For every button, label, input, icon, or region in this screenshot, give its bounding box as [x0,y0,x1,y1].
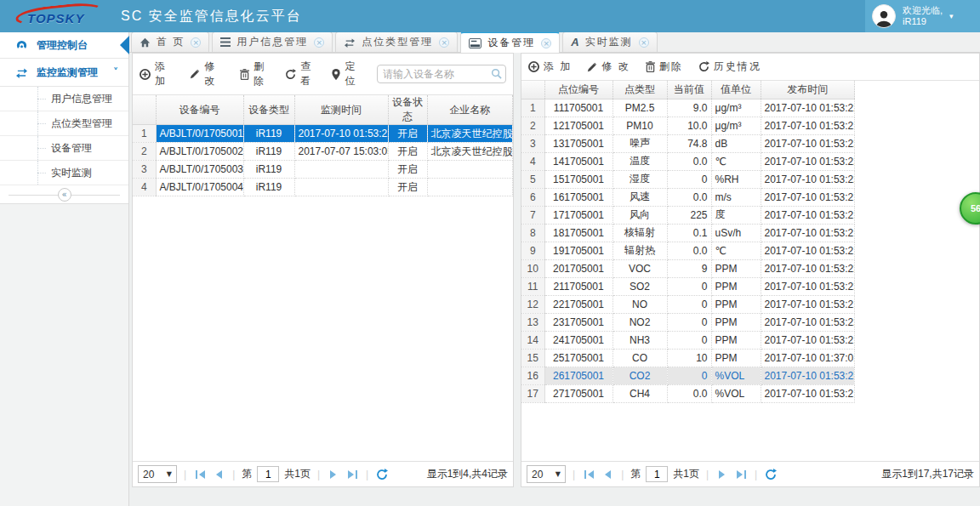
tab-realtime[interactable]: A 实时监测 × [562,31,657,52]
point-type-cell: 核辐射 [612,224,667,242]
refresh-icon [698,61,709,72]
unit-cell: ℃ [711,152,761,170]
device-toolbar: 添 加 修 改 删除 查看 定位 [133,54,513,95]
tab-label: 实时监测 [585,35,633,49]
tab-point-type[interactable]: 点位类型管理 × [335,31,458,52]
current-value-cell: 10.0 [667,117,711,134]
point-table-row[interactable]: 10 201705001 VOC 9 PPM 2017-07-10 01:53:… [521,259,855,277]
next-page-button[interactable] [327,468,340,481]
edit-button[interactable]: 修 改 [190,60,225,88]
search-icon[interactable] [491,68,502,79]
last-page-button[interactable] [734,468,748,481]
sidebar-item-device-mgmt[interactable]: 设备管理 [0,136,128,161]
point-table-row[interactable]: 11 211705001 SO2 0 PPM 2017-07-10 01:53:… [521,277,855,295]
col-monitor-time[interactable]: 监测时间 [294,95,388,125]
tab-home[interactable]: 首 页 × [131,31,209,52]
page-number-input[interactable] [257,466,279,482]
close-icon[interactable]: × [541,38,551,48]
add-button[interactable]: 添 加 [140,60,174,88]
point-pager: 20 ▼ | | 第 共1页 | | 显示1到17,共17记录 [521,461,979,486]
col-point-type[interactable]: 点类型 [612,81,667,99]
col-unit[interactable]: 值单位 [711,81,761,99]
col-device-type[interactable]: 设备类型 [243,95,294,125]
reload-icon[interactable] [764,468,778,481]
point-table-row[interactable]: 16 261705001 CO2 0 %VOL 2017-07-10 01:53… [521,367,855,384]
page-size-select[interactable]: 20 ▼ [527,465,566,483]
point-table-row[interactable]: 9 191705001 辐射热 0.0 ℃ 2017-07-10 01:53:2… [521,242,855,259]
user-menu[interactable]: 欢迎光临, iR119 ▾ [865,0,980,32]
next-page-button[interactable] [715,468,729,481]
page-prefix-label: 第 [630,467,641,481]
sidebar-item-point-type[interactable]: 点位类型管理 [0,111,128,136]
col-company[interactable]: 企业名称 [427,95,513,125]
publish-time-cell: 2017-07-10 01:53:22 [761,367,855,384]
device-search-input[interactable] [377,65,506,83]
col-rownum[interactable] [133,95,156,125]
delete-button[interactable]: 删除 [646,60,683,74]
prev-page-button[interactable] [212,468,225,481]
tab-device-mgmt[interactable]: 设备管理 × [460,31,560,53]
device-table-row[interactable]: 4 A/BJLT/0/1705004 iR119 开启 [133,179,513,196]
row-number: 7 [521,206,544,224]
row-number: 3 [521,134,544,152]
publish-time-cell: 2017-07-10 01:53:21 [761,384,855,402]
reload-icon[interactable] [375,468,389,481]
tab-user-info[interactable]: 用户信息管理 × [212,31,333,52]
col-current-value[interactable]: 当前值 [667,81,711,99]
locate-button[interactable]: 定位 [332,60,362,88]
divider: | [706,469,709,480]
close-icon[interactable]: × [439,37,449,48]
collapse-sidebar-icon[interactable]: « [58,188,71,202]
device-search [377,65,506,83]
point-table-row[interactable]: 1 111705001 PM2.5 9.0 μg/m³ 2017-07-10 0… [521,99,855,117]
point-table-row[interactable]: 7 171705001 风向 225 度 2017-07-10 01:53:21 [521,206,855,224]
point-id-cell: 131705001 [544,134,612,152]
page-prefix-label: 第 [242,467,252,481]
point-table-row[interactable]: 13 231705001 NO2 0 PPM 2017-07-10 01:53:… [521,313,855,331]
point-table-row[interactable]: 3 131705001 噪声 74.8 dB 2017-07-10 01:53:… [521,134,855,152]
sidebar-group-monitoring[interactable]: 监控监测管理 ˅ [0,59,128,87]
sidebar-item-realtime[interactable]: 实时监测 [0,161,128,185]
point-id-cell: 121705001 [544,117,612,134]
point-table-row[interactable]: 14 241705001 NH3 0 PPM 2017-07-10 01:53:… [521,331,855,349]
page-size-select[interactable]: 20 ▼ [138,465,177,483]
device-table-row[interactable]: 1 A/BJLT/0/1705001 iR119 2017-07-10 01:5… [133,125,513,143]
point-table-row[interactable]: 8 181705001 核辐射 0.1 uSv/h 2017-07-10 01:… [521,224,855,242]
col-device-status[interactable]: 设备状态 [388,95,427,125]
point-table-row[interactable]: 17 271705001 CH4 0.0 %VOL 2017-07-10 01:… [521,384,855,402]
view-button[interactable]: 查看 [285,60,316,88]
sidebar-item-user-info[interactable]: 用户信息管理 [0,87,128,111]
close-icon[interactable]: × [191,37,201,48]
delete-button[interactable]: 删除 [240,60,270,88]
col-point-id[interactable]: 点位编号 [544,81,612,99]
page-number-input[interactable] [646,466,668,482]
device-table-row[interactable]: 2 A/BJLT/0/1705002 iR119 2017-07-07 15:0… [133,143,513,161]
point-toolbar: 添 加 修 改 删除 历史情况 [521,54,979,81]
last-page-button[interactable] [345,468,359,481]
close-icon[interactable]: × [639,37,649,48]
point-table-row[interactable]: 4 141705001 温度 0.0 ℃ 2017-07-10 01:53:22 [521,152,855,170]
publish-time-cell: 2017-07-10 01:53:21 [761,242,855,259]
sidebar-collapse-bar[interactable]: « [0,185,128,204]
point-table-row[interactable]: 2 121705001 PM10 10.0 μg/m³ 2017-07-10 0… [521,117,855,134]
first-page-button[interactable] [193,468,207,481]
point-table-area: 点位编号 点类型 当前值 值单位 发布时间 1 111705001 PM2.5 … [521,81,979,461]
sidebar-item-console[interactable]: 管理控制台 [0,32,128,59]
unit-cell: dB [711,134,761,152]
first-page-button[interactable] [582,468,595,481]
current-value-cell: 0.0 [667,384,711,402]
point-table-row[interactable]: 15 251705001 CO 10 PPM 2017-07-10 01:37:… [521,349,855,367]
point-table-row[interactable]: 12 221705001 NO 0 PPM 2017-07-10 01:53:2… [521,295,855,313]
company-cell [427,161,513,179]
device-table-row[interactable]: 3 A/BJLT/0/1705003 iR119 开启 [133,161,513,179]
close-icon[interactable]: × [314,37,324,48]
col-device-id[interactable]: 设备编号 [156,95,243,125]
history-button[interactable]: 历史情况 [698,60,761,74]
point-table-row[interactable]: 5 151705001 湿度 0 %RH 2017-07-10 01:53:22 [521,170,855,188]
edit-button[interactable]: 修 改 [587,60,630,74]
col-publish-time[interactable]: 发布时间 [761,81,855,99]
col-rownum[interactable] [521,81,544,99]
point-table-row[interactable]: 6 161705001 风速 0.0 m/s 2017-07-10 01:53:… [521,188,855,206]
add-button[interactable]: 添 加 [528,60,572,74]
prev-page-button[interactable] [601,468,614,481]
